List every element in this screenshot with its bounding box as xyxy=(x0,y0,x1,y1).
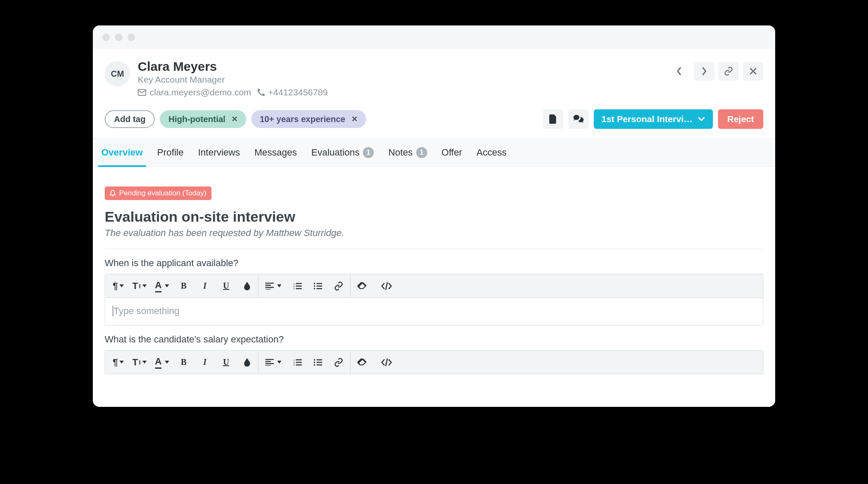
tab-messages[interactable]: Messages xyxy=(254,139,297,167)
chevron-right-icon xyxy=(701,67,707,76)
svg-point-5 xyxy=(314,288,316,289)
link-icon xyxy=(334,281,343,291)
candidate-header: CM Clara Meyers Key Account Manager clar… xyxy=(93,49,775,102)
text-size-button[interactable]: TI xyxy=(128,278,150,295)
tag-high-potential[interactable]: High-potential ✕ xyxy=(160,110,246,128)
chevron-down-icon xyxy=(698,117,705,122)
ordered-list-icon: 123 xyxy=(293,359,302,366)
editor-textarea[interactable]: Type something xyxy=(105,298,763,325)
main-panel: Pending evaluation (Today) Evaluation on… xyxy=(93,167,775,407)
paragraph-format-button[interactable]: ¶ xyxy=(108,354,128,371)
candidate-role: Key Account Manager xyxy=(138,75,662,85)
envelope-icon xyxy=(138,89,146,96)
svg-point-4 xyxy=(314,285,316,287)
next-candidate-button[interactable] xyxy=(694,62,714,81)
align-left-icon xyxy=(265,359,274,366)
ink-drop-button[interactable] xyxy=(239,354,256,371)
editor-toolbar: ¶ TI A B I U 123 xyxy=(105,350,763,374)
unordered-list-icon xyxy=(314,283,322,289)
stage-dropdown[interactable]: 1st Personal Intervi… xyxy=(594,109,713,129)
ink-drop-button[interactable] xyxy=(239,278,256,295)
tab-notes[interactable]: Notes1 xyxy=(388,139,427,167)
comments-icon xyxy=(573,115,584,123)
copy-link-button[interactable] xyxy=(718,62,739,81)
bell-icon xyxy=(110,190,116,197)
add-tag-button[interactable]: Add tag xyxy=(105,110,155,128)
align-left-icon xyxy=(265,283,274,289)
unordered-list-button[interactable] xyxy=(309,278,326,295)
tab-access[interactable]: Access xyxy=(476,139,506,167)
reject-button[interactable]: Reject xyxy=(718,109,763,129)
eraser-icon xyxy=(357,282,367,290)
remove-tag-icon[interactable]: ✕ xyxy=(231,114,238,124)
ordered-list-button[interactable]: 123 xyxy=(289,354,306,371)
pending-evaluation-alert[interactable]: Pending evaluation (Today) xyxy=(105,186,211,200)
unordered-list-button[interactable] xyxy=(309,354,326,371)
align-button[interactable] xyxy=(261,278,286,295)
prev-candidate-button[interactable] xyxy=(669,62,690,81)
editor-1: ¶ TI A B I U 123 xyxy=(105,274,763,325)
tag-label: 10+ years experience xyxy=(260,114,345,124)
font-color-button[interactable]: A xyxy=(151,278,174,295)
italic-button[interactable]: I xyxy=(196,354,213,371)
link-button[interactable] xyxy=(330,354,348,371)
evaluation-title: Evaluation on-site interview xyxy=(105,209,763,225)
font-color-button[interactable]: A xyxy=(151,354,174,371)
candidate-email-text: clara.meyers@demo.com xyxy=(150,87,251,97)
code-view-button[interactable] xyxy=(377,278,396,295)
eraser-button[interactable] xyxy=(353,354,371,371)
traffic-light-zoom[interactable] xyxy=(128,33,135,41)
editor-2: ¶ TI A B I U 123 xyxy=(105,350,763,374)
bold-button[interactable]: B xyxy=(175,278,192,295)
svg-text:3: 3 xyxy=(293,288,295,289)
traffic-light-minimize[interactable] xyxy=(115,33,122,41)
avatar: CM xyxy=(105,61,130,86)
document-button[interactable] xyxy=(543,109,563,129)
svg-point-11 xyxy=(314,364,316,366)
caret-down-icon xyxy=(165,284,169,288)
app-window: CM Clara Meyers Key Account Manager clar… xyxy=(93,25,775,407)
text-size-button[interactable]: TI xyxy=(128,354,150,371)
question-2-prompt: What is the candidate's salary expectati… xyxy=(105,334,763,345)
candidate-phone-text: +44123456789 xyxy=(268,87,328,97)
tab-interviews[interactable]: Interviews xyxy=(198,139,240,167)
tag-experience[interactable]: 10+ years experience ✕ xyxy=(251,110,366,128)
traffic-light-close[interactable] xyxy=(102,33,110,41)
phone-icon xyxy=(257,89,265,96)
placeholder-text: Type something xyxy=(113,306,179,316)
tab-profile[interactable]: Profile xyxy=(157,139,184,167)
ordered-list-icon: 123 xyxy=(293,283,302,289)
svg-point-3 xyxy=(314,283,316,284)
tab-offer[interactable]: Offer xyxy=(442,139,462,167)
align-button[interactable] xyxy=(261,354,286,371)
caret-down-icon xyxy=(120,361,124,364)
paragraph-format-button[interactable]: ¶ xyxy=(108,278,128,295)
ordered-list-button[interactable]: 123 xyxy=(289,278,306,295)
drop-icon xyxy=(244,282,250,290)
bold-button[interactable]: B xyxy=(175,354,192,371)
drop-icon xyxy=(244,358,250,367)
tab-evaluations[interactable]: Evaluations1 xyxy=(312,139,374,167)
link-button[interactable] xyxy=(330,278,348,295)
italic-button[interactable]: I xyxy=(196,278,213,295)
remove-tag-icon[interactable]: ✕ xyxy=(351,114,358,124)
svg-point-9 xyxy=(314,359,316,361)
tab-overview[interactable]: Overview xyxy=(101,139,143,167)
caret-down-icon xyxy=(165,361,169,364)
caret-down-icon xyxy=(142,284,147,288)
code-view-button[interactable] xyxy=(377,354,396,371)
underline-button[interactable]: U xyxy=(217,278,234,295)
question-1-prompt: When is the applicant available? xyxy=(105,258,763,269)
editor-toolbar: ¶ TI A B I U 123 xyxy=(105,274,763,298)
window-titlebar xyxy=(93,25,775,49)
candidate-email[interactable]: clara.meyers@demo.com xyxy=(138,87,251,97)
close-button[interactable] xyxy=(743,62,763,81)
unordered-list-icon xyxy=(314,359,322,366)
subheader: Add tag High-potential ✕ 10+ years exper… xyxy=(93,102,775,138)
eraser-button[interactable] xyxy=(353,278,371,295)
close-icon xyxy=(749,67,757,75)
comment-button[interactable] xyxy=(568,109,589,129)
candidate-phone[interactable]: +44123456789 xyxy=(257,87,328,97)
svg-point-10 xyxy=(314,362,316,363)
underline-button[interactable]: U xyxy=(217,354,234,371)
